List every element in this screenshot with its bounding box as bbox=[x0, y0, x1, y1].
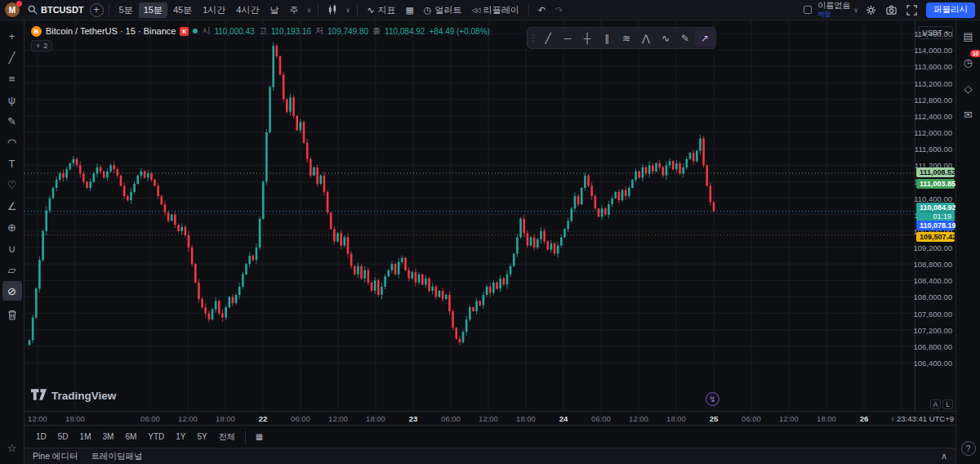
time-tick: 24 bbox=[559, 414, 568, 423]
chat-icon[interactable]: ✉ bbox=[959, 105, 978, 124]
lightning-button[interactable]: ↯ bbox=[706, 392, 719, 406]
object-tree-collapse-button[interactable]: ∨ 2 bbox=[31, 40, 52, 51]
range-3M[interactable]: 3M bbox=[98, 431, 119, 443]
redo-button[interactable]: ↷ bbox=[551, 2, 567, 19]
ruler-icon[interactable]: ▱ bbox=[2, 260, 22, 279]
hotlist-icon[interactable]: ◇ bbox=[959, 78, 978, 98]
settings-button[interactable] bbox=[862, 2, 880, 19]
fullscreen-button[interactable] bbox=[902, 2, 921, 19]
help-icon[interactable]: ? bbox=[961, 441, 976, 456]
layout-caret[interactable]: ∨ bbox=[852, 5, 860, 16]
log-scale-button[interactable]: L bbox=[942, 399, 953, 409]
range-5Y[interactable]: 5Y bbox=[193, 431, 212, 443]
shapes-arc-icon[interactable]: ◠ bbox=[2, 132, 22, 152]
time-tick: 06:00 bbox=[291, 414, 310, 423]
curve-icon[interactable]: ↗ bbox=[695, 29, 715, 47]
trend-line-icon[interactable]: ╱ bbox=[538, 29, 558, 47]
undo-button[interactable]: ↶ bbox=[534, 2, 550, 19]
camera-icon bbox=[886, 5, 897, 16]
timeframe-1시간[interactable]: 1시간 bbox=[198, 2, 230, 18]
alert-button[interactable]: ◷ 얼러트 bbox=[420, 2, 466, 19]
close-label: 종 bbox=[372, 25, 381, 37]
panel-expand-icon[interactable]: ∧ bbox=[941, 451, 947, 462]
cloud-save-button[interactable] bbox=[800, 2, 816, 19]
range-1D[interactable]: 1D bbox=[31, 431, 51, 443]
fib-retracement-icon[interactable]: ≡ bbox=[2, 69, 22, 88]
time-tick: 18:00 bbox=[65, 414, 85, 423]
emoji-icon[interactable]: ♡ bbox=[2, 175, 22, 194]
time-tick: 25 bbox=[710, 414, 719, 423]
horizontal-line-icon[interactable]: ─ bbox=[558, 29, 577, 47]
time-axis[interactable]: 12:0018:0006:0012:0018:002206:0012:0018:… bbox=[24, 411, 956, 425]
layout-menu[interactable]: 이름없음 저장 bbox=[817, 2, 850, 18]
hide-drawings-icon[interactable]: ⊘ bbox=[2, 281, 22, 301]
symbol-search-button[interactable]: BTCUSDT bbox=[24, 2, 88, 19]
auto-scale-button[interactable]: A bbox=[930, 399, 941, 409]
crosshair-icon[interactable]: + bbox=[2, 26, 22, 46]
go-to-date-icon[interactable]: ▦ bbox=[251, 431, 268, 443]
price-line-label: 111,008.52 bbox=[916, 167, 955, 177]
chart-pane[interactable]: B Bitcoin / TetherUS · 15 · Binance K 시 … bbox=[24, 20, 915, 411]
fullscreen-icon bbox=[906, 5, 917, 16]
timeframe-날[interactable]: 날 bbox=[265, 2, 283, 18]
timeframe-15분[interactable]: 15분 bbox=[139, 2, 167, 18]
pitchfork-icon[interactable]: ψ bbox=[2, 90, 22, 109]
collapse-count: 2 bbox=[43, 42, 47, 50]
wave-icon[interactable]: ∿ bbox=[656, 29, 675, 47]
timeframe-주[interactable]: 주 bbox=[284, 2, 303, 18]
replay-button[interactable]: ◁◁ 리플레이 bbox=[467, 2, 523, 19]
parallel-channel-icon[interactable]: ∥ bbox=[597, 29, 617, 47]
clock[interactable]: 23:43:41 UTC+9 bbox=[893, 414, 954, 423]
magnet-icon[interactable]: ∪ bbox=[2, 239, 22, 258]
divider bbox=[318, 3, 318, 16]
alerts-icon[interactable]: ◷10 bbox=[959, 52, 978, 72]
candlestick-icon bbox=[327, 4, 338, 16]
indicator-templates-button[interactable]: ▦ bbox=[401, 2, 417, 19]
favorites-star-icon[interactable]: ☆ bbox=[2, 438, 22, 457]
price-scale[interactable]: USDT ∨ 106,400.00106,800.00107,200.00107… bbox=[915, 20, 956, 411]
avatar[interactable]: M bbox=[5, 2, 20, 17]
save-link[interactable]: 저장 bbox=[817, 11, 831, 18]
alerts-badge: 10 bbox=[970, 50, 980, 57]
high-label: 고 bbox=[259, 25, 267, 37]
chart-type-button[interactable] bbox=[323, 2, 342, 19]
floating-drawing-toolbar[interactable]: ⋮╱─┼∥≋⋀∿✎↗ bbox=[527, 27, 716, 49]
tab-pine-에디터[interactable]: Pine 에디터 bbox=[33, 451, 78, 462]
tab-트레이딩패널[interactable]: 트레이딩패널 bbox=[91, 451, 142, 462]
watchlist-icon[interactable]: ▤ bbox=[959, 26, 978, 46]
timeframe-5분[interactable]: 5분 bbox=[114, 2, 138, 18]
price-tick: 112,800.00 bbox=[914, 95, 952, 104]
symbol-legend[interactable]: B Bitcoin / TetherUS · 15 · Binance K 시 … bbox=[31, 25, 490, 37]
indicators-icon: ∿ bbox=[367, 5, 374, 16]
time-tick: 12:00 bbox=[629, 414, 648, 423]
range-1M[interactable]: 1M bbox=[75, 431, 96, 443]
brush-icon[interactable]: ✎ bbox=[675, 29, 695, 47]
text-tool-icon[interactable]: T bbox=[2, 154, 22, 173]
brush-icon[interactable]: ✎ bbox=[2, 111, 22, 131]
snapshot-button[interactable] bbox=[882, 2, 901, 19]
candlestick-chart[interactable] bbox=[24, 20, 915, 411]
timeframe-45분[interactable]: 45분 bbox=[168, 2, 197, 18]
range-5D[interactable]: 5D bbox=[53, 431, 74, 443]
timeframe-caret[interactable]: ∨ bbox=[305, 5, 313, 16]
trend-line-icon[interactable]: ╱ bbox=[2, 47, 22, 67]
chart-type-caret[interactable]: ∨ bbox=[344, 5, 352, 16]
range-6M[interactable]: 6M bbox=[120, 431, 141, 443]
measure-icon[interactable]: ∠ bbox=[2, 196, 22, 216]
range-전체[interactable]: 전체 bbox=[214, 430, 240, 444]
zoom-in-icon[interactable]: ⊕ bbox=[2, 217, 22, 237]
cross-line-icon[interactable]: ┼ bbox=[577, 29, 597, 47]
regression-trend-icon[interactable]: ≋ bbox=[617, 29, 636, 47]
pattern-icon[interactable]: ⋀ bbox=[636, 29, 656, 47]
indicators-button[interactable]: ∿ 지표 bbox=[363, 2, 399, 19]
open-value: 110,000.43 bbox=[214, 27, 254, 36]
bitcoin-logo-icon: B bbox=[31, 26, 42, 37]
clock-time: 23:43:41 bbox=[897, 414, 927, 423]
compare-add-button[interactable]: + bbox=[90, 3, 104, 17]
trash-icon[interactable] bbox=[2, 305, 22, 324]
timeframe-4시간[interactable]: 4시간 bbox=[231, 2, 264, 18]
drag-handle[interactable]: ⋮ bbox=[528, 29, 538, 47]
range-YTD[interactable]: YTD bbox=[143, 431, 169, 443]
publish-button[interactable]: 퍼블리시 bbox=[926, 2, 975, 18]
range-1Y[interactable]: 1Y bbox=[171, 431, 190, 443]
